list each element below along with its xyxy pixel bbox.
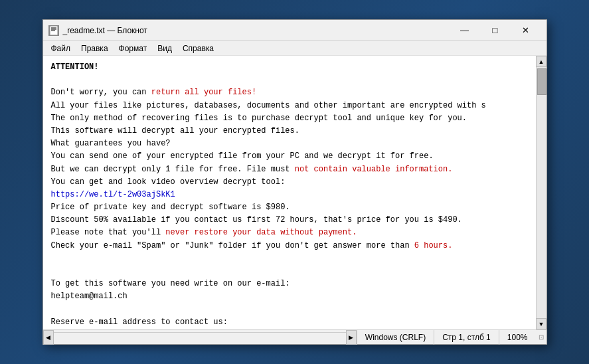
scroll-up-arrow[interactable]: ▲ bbox=[536, 56, 547, 67]
scroll-down-arrow[interactable]: ▼ bbox=[536, 318, 547, 329]
zoom-status: 100% bbox=[499, 330, 536, 345]
status-bar: ◀ ▶ Windows (CRLF) Стр 1, стлб 1 100% ⊡ bbox=[43, 329, 547, 344]
menu-file[interactable]: Файл bbox=[46, 43, 76, 54]
app-icon bbox=[48, 25, 59, 36]
window-controls: — □ ✕ bbox=[450, 20, 541, 41]
encoding-status: Windows (CRLF) bbox=[357, 330, 434, 345]
vertical-scrollbar[interactable]: ▲ ▼ bbox=[536, 56, 547, 329]
resize-handle[interactable]: ⊡ bbox=[536, 330, 547, 345]
status-sections: Windows (CRLF) Стр 1, стлб 1 100% bbox=[357, 330, 536, 345]
menu-view[interactable]: Вид bbox=[152, 43, 177, 54]
scroll-thumb[interactable] bbox=[537, 68, 547, 95]
scroll-right-arrow[interactable]: ▶ bbox=[346, 330, 357, 345]
scroll-track[interactable] bbox=[537, 67, 547, 318]
minimize-button[interactable]: — bbox=[450, 20, 480, 41]
menu-help[interactable]: Справка bbox=[177, 43, 219, 54]
window-title: _readme.txt — Блокнот bbox=[63, 26, 450, 35]
menu-format[interactable]: Формат bbox=[114, 43, 153, 54]
desktop: STOP _readme.txt — Блокнот — □ ✕ Файл bbox=[0, 0, 589, 364]
menu-bar: Файл Правка Формат Вид Справка bbox=[43, 41, 547, 56]
position-status: Стр 1, стлб 1 bbox=[434, 330, 499, 345]
notepad-window: _readme.txt — Блокнот — □ ✕ Файл Правка … bbox=[42, 19, 547, 345]
content-area: ATTENTION! Don't worry, you can return a… bbox=[43, 56, 547, 329]
menu-edit[interactable]: Правка bbox=[76, 43, 114, 54]
horizontal-scroll-track[interactable] bbox=[54, 332, 346, 343]
scroll-left-arrow[interactable]: ◀ bbox=[43, 330, 54, 345]
text-editor[interactable]: ATTENTION! Don't worry, you can return a… bbox=[43, 56, 536, 329]
title-bar: _readme.txt — Блокнот — □ ✕ bbox=[43, 20, 547, 41]
close-button[interactable]: ✕ bbox=[511, 20, 541, 41]
maximize-button[interactable]: □ bbox=[480, 20, 511, 41]
